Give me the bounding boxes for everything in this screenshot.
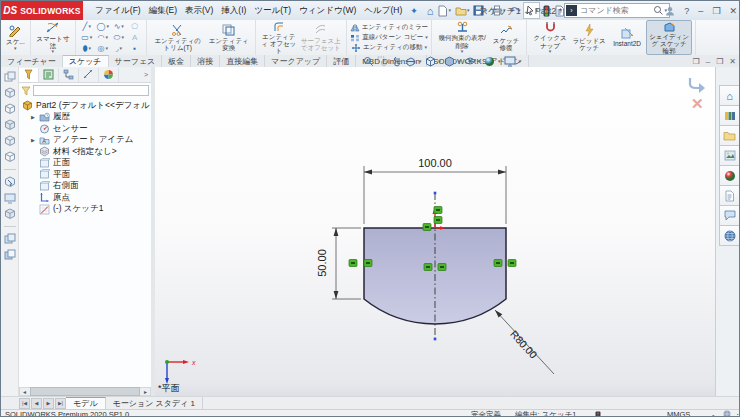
sketch-point[interactable] [434, 192, 437, 195]
layered-views-icon[interactable] [4, 233, 16, 245]
width-dimension-text[interactable]: 100.00 [418, 157, 452, 169]
configurationmanager-tab[interactable] [59, 68, 79, 82]
polygon-tool[interactable]: ⬠ [127, 21, 143, 32]
trim-entities-button[interactable]: エンティティのトリム(T) [150, 21, 206, 54]
menu-view[interactable]: 表示(V) [181, 2, 217, 20]
motion-study-tab[interactable]: モーション スタディ 1 [106, 397, 203, 409]
menu-tools[interactable]: ツール(T) [250, 2, 295, 20]
new-document-button[interactable]: ▾ [436, 3, 452, 18]
doc-restore-button[interactable]: ❒ [716, 57, 723, 66]
shaded-sketch-contours-button[interactable]: シェイディング スケッチ輪郭 [646, 20, 692, 55]
tree-filter-input[interactable] [33, 85, 149, 96]
view-cube-icon[interactable] [4, 135, 16, 147]
scroll-left-arrow[interactable]: ◂ [20, 388, 29, 395]
linear-pattern-button[interactable]: 直線パターン コピー ▾ [350, 33, 428, 42]
tab-sheet-metal[interactable]: 板金 [162, 55, 191, 67]
tree-item-right-plane[interactable]: 右側面 [19, 181, 151, 193]
last-tab-button[interactable]: ▶| [55, 398, 66, 409]
home-button[interactable]: ⌂ [426, 3, 435, 18]
previous-view-icon[interactable] [391, 56, 402, 67]
scrollbar-thumb[interactable] [30, 387, 140, 396]
tolerance-indicator[interactable]: - [712, 410, 715, 417]
slot-tool[interactable]: ⬮▾ [79, 43, 95, 54]
tab-markup[interactable]: マークアップ [265, 55, 327, 67]
minimize-button[interactable]: – [698, 6, 703, 16]
doc-restore-icon[interactable]: ❒ [693, 57, 700, 66]
view-cube-icon[interactable] [4, 208, 16, 220]
menu-file[interactable]: ファイル(F) [91, 2, 145, 20]
tree-item-sketch1[interactable]: (-) スケッチ1 [19, 204, 151, 216]
doc-close-button[interactable]: ✕ [729, 57, 736, 66]
tree-item-origin[interactable]: 原点 [19, 192, 151, 204]
tree-item-front-plane[interactable]: 正面 [19, 158, 151, 170]
smart-dimension-button[interactable]: スマート寸法 ▾ [34, 21, 72, 54]
view-cube-icon[interactable] [4, 119, 16, 131]
propertymanager-tab[interactable] [39, 68, 59, 82]
quick-snaps-button[interactable]: クイックスナップ ▾ [530, 21, 570, 54]
graphics-viewport[interactable]: 100.00 50.00 R80.00 [155, 67, 715, 396]
help-button[interactable]: ? [684, 6, 689, 16]
spline-tool[interactable]: ∿▾ [111, 21, 127, 32]
display-style-icon[interactable] [444, 56, 455, 67]
instant2d-button[interactable]: Instant2D [608, 21, 646, 54]
tab-weldments[interactable]: 溶接 [191, 55, 220, 67]
view-cube-icon[interactable] [4, 87, 16, 99]
previous-tab-button[interactable]: ◀ [31, 398, 42, 409]
hide-show-items-icon[interactable] [464, 56, 476, 66]
rectangle-tool[interactable]: ▭▾ [79, 32, 95, 43]
menu-window[interactable]: ウィンドウ(W) [295, 2, 360, 20]
arc-tool[interactable]: ◠▾ [95, 32, 111, 43]
fillet-tool[interactable]: ◞▾ [111, 43, 127, 54]
point-tool[interactable]: ▪ [127, 43, 143, 54]
text-tool[interactable]: A [127, 32, 143, 43]
custom-properties-tab[interactable] [719, 185, 740, 205]
circle-tool[interactable]: ◯▾ [95, 21, 111, 32]
screen-view-icon[interactable] [4, 192, 16, 204]
line-tool[interactable]: ╱▾ [79, 21, 95, 32]
tree-item-sensors[interactable]: センサー [19, 123, 151, 135]
tree-item-material[interactable]: 材料 <指定なし> [19, 146, 151, 158]
login-user-icon[interactable] [665, 6, 675, 16]
first-tab-button[interactable]: |◀ [19, 398, 30, 409]
surface-offset-button[interactable]: サーフェス上 でオフセット [299, 21, 343, 54]
sketch-point[interactable] [434, 338, 437, 341]
zoom-fit-icon[interactable] [363, 56, 374, 67]
radius-dimension-text[interactable]: R80.00 [508, 328, 540, 361]
select-view-icon[interactable] [4, 176, 16, 188]
move-entities-button[interactable]: エンティティの移動 ▾ [351, 43, 427, 52]
tree-item-top-plane[interactable]: 平面 [19, 169, 151, 181]
doc-minimize-button[interactable]: – [706, 57, 710, 66]
solidworks-forum-tab[interactable] [719, 205, 740, 225]
exit-sketch-corner-icon[interactable] [687, 77, 709, 93]
copy-appearance-icon[interactable] [4, 71, 16, 83]
tree-horizontal-scrollbar[interactable]: ◂ ▸ [19, 387, 151, 396]
view-cube-icon[interactable] [4, 151, 16, 163]
height-dimension-text[interactable]: 50.00 [316, 249, 328, 277]
point-circle-tool[interactable]: ◎▾ [95, 43, 111, 54]
section-view-icon[interactable] [405, 56, 416, 67]
tab-features[interactable]: フィーチャー [1, 55, 63, 67]
tab-surfaces[interactable]: サーフェス [109, 55, 163, 67]
model-tab[interactable]: モデル [66, 397, 106, 409]
cancel-sketch-icon[interactable]: ✕ [691, 95, 704, 113]
appearances-scenes-tab[interactable] [719, 165, 740, 185]
scroll-right-arrow[interactable]: ▸ [141, 388, 150, 395]
pin-menu-icon[interactable]: ✦ [410, 6, 418, 16]
restore-button[interactable]: ❒ [712, 6, 720, 16]
search-icon[interactable] [653, 5, 664, 16]
display-delete-relations-button[interactable]: 幾何拘束の表示/削除 ▾ [435, 21, 489, 54]
tree-item-history[interactable]: ▶ 履歴 [19, 112, 151, 124]
ellipse-tool[interactable]: ⬭▾ [111, 32, 127, 43]
view-orientation-icon[interactable] [425, 56, 436, 67]
next-tab-button[interactable]: ▶ [43, 398, 54, 409]
layered-views-icon[interactable] [4, 249, 16, 261]
menu-insert[interactable]: 挿入(I) [217, 2, 250, 20]
command-search[interactable]: › ▾ [564, 3, 670, 18]
sketch-canvas[interactable]: 100.00 50.00 R80.00 [155, 67, 715, 396]
view-palette-tab[interactable] [719, 145, 740, 165]
offset-entities-button[interactable]: エンティティ オフセット [259, 21, 299, 54]
panel-tabs-overflow[interactable]: > [141, 71, 151, 78]
design-library-tab[interactable] [719, 105, 740, 125]
convert-entities-button[interactable]: エンティティ変換 [206, 21, 252, 54]
tree-item-part-root[interactable]: Part2 (デフォルト<<デフォルト>_表示状態 [19, 100, 151, 112]
